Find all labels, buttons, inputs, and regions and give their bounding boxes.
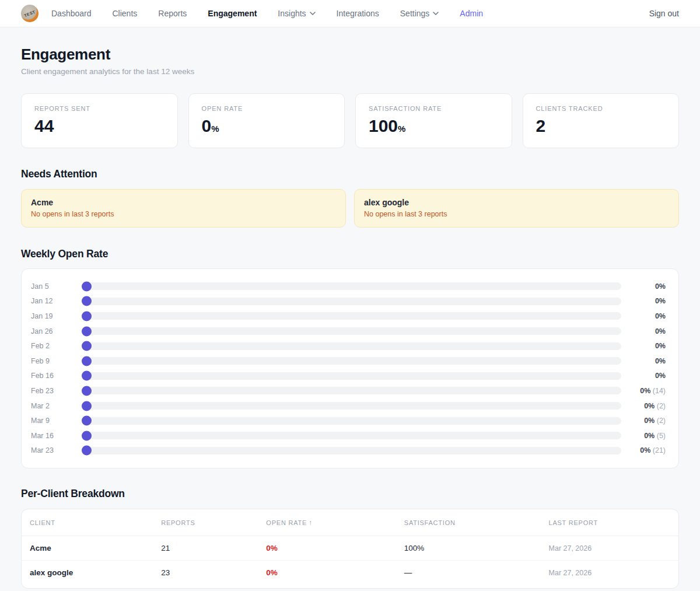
nav-item-settings-label: Settings bbox=[400, 9, 430, 18]
attention-message: No opens in last 3 reports bbox=[31, 210, 336, 218]
stat-label: REPORTS SENT bbox=[34, 105, 164, 112]
chart-row-label: Mar 2 bbox=[31, 402, 82, 410]
chart-row-value: 0% (2) bbox=[629, 417, 666, 425]
chart-row-count: (21) bbox=[653, 446, 666, 454]
column-header-reports[interactable]: REPORTS bbox=[153, 509, 258, 536]
bar-marker bbox=[82, 431, 92, 440]
nav-items: Dashboard Clients Reports Engagement Ins… bbox=[51, 9, 483, 18]
chart-row-label: Jan 12 bbox=[31, 297, 82, 305]
cell-last-report: Mar 27, 2026 bbox=[541, 536, 678, 561]
bar-marker bbox=[82, 416, 92, 426]
bar-marker bbox=[82, 401, 92, 411]
attention-client-name: Acme bbox=[31, 198, 336, 207]
bar-track bbox=[82, 342, 621, 350]
cell-open-rate: 0% bbox=[258, 561, 396, 585]
chart-row-pct: 0% bbox=[655, 357, 666, 365]
chart-row-pct: 0% bbox=[640, 387, 650, 395]
chart-row-label: Mar 16 bbox=[31, 432, 82, 440]
chart-row-value: 0% bbox=[629, 327, 666, 335]
chart-row: Mar 9 0% (2) bbox=[31, 413, 666, 428]
cell-last-report: Mar 27, 2026 bbox=[541, 561, 678, 585]
nav-item-admin[interactable]: Admin bbox=[460, 9, 483, 18]
stat-value: 2 bbox=[536, 116, 666, 136]
chart-row-label: Feb 23 bbox=[31, 387, 82, 395]
app-logo[interactable]: TEST bbox=[21, 5, 38, 22]
chart-row-label: Mar 23 bbox=[31, 446, 82, 454]
chart-row-pct: 0% bbox=[655, 342, 666, 350]
chart-row-label: Feb 2 bbox=[31, 342, 82, 350]
page-content: Engagement Client engagement analytics f… bbox=[0, 46, 700, 589]
chart-row-count: (14) bbox=[653, 387, 666, 395]
stat-label: OPEN RATE bbox=[202, 105, 332, 112]
chart-row: Jan 26 0% bbox=[31, 324, 666, 339]
stat-suffix: % bbox=[211, 124, 219, 134]
nav-item-integrations[interactable]: Integrations bbox=[337, 9, 379, 18]
bar-marker bbox=[82, 446, 92, 456]
attention-message: No opens in last 3 reports bbox=[364, 210, 669, 218]
nav-item-clients[interactable]: Clients bbox=[113, 9, 138, 18]
bar-marker bbox=[82, 356, 92, 366]
attention-client-name: alex google bbox=[364, 198, 669, 207]
stat-card-satisfaction-rate: SATISFACTION RATE 100% bbox=[355, 93, 512, 148]
column-header-satisfaction[interactable]: SATISFACTION bbox=[396, 509, 541, 536]
chart-row-value: 0% (5) bbox=[629, 432, 666, 440]
bar-track bbox=[82, 357, 621, 365]
chart-row-value: 0% (14) bbox=[629, 387, 666, 395]
column-header-open-rate-label: OPEN RATE bbox=[266, 519, 307, 526]
column-header-last-report[interactable]: LAST REPORT bbox=[541, 509, 678, 536]
column-header-client[interactable]: CLIENT bbox=[22, 509, 153, 536]
weekly-open-rate-title: Weekly Open Rate bbox=[21, 248, 679, 260]
stat-number: 2 bbox=[536, 116, 546, 135]
cell-client: Acme bbox=[22, 536, 153, 561]
stat-value: 100% bbox=[369, 116, 499, 136]
nav-item-reports[interactable]: Reports bbox=[158, 9, 187, 18]
cell-client: alex google bbox=[22, 561, 153, 585]
chart-row-pct: 0% bbox=[655, 327, 666, 335]
bar-marker bbox=[82, 386, 92, 396]
chart-row: Mar 2 0% (2) bbox=[31, 398, 666, 414]
app-logo-text: TEST bbox=[23, 9, 36, 18]
chart-row-value: 0% bbox=[629, 357, 666, 365]
chart-row-pct: 0% bbox=[655, 312, 666, 320]
nav-item-insights[interactable]: Insights bbox=[278, 9, 315, 18]
chart-row-label: Jan 26 bbox=[31, 327, 82, 335]
cell-open-rate: 0% bbox=[258, 536, 396, 561]
stats-row: REPORTS SENT 44 OPEN RATE 0% SATISFACTIO… bbox=[21, 93, 679, 148]
chart-row-label: Feb 9 bbox=[31, 357, 82, 365]
page-title: Engagement bbox=[21, 46, 679, 64]
stat-number: 100 bbox=[369, 116, 398, 135]
chart-row-value: 0% (21) bbox=[629, 446, 666, 454]
cell-satisfaction: 100% bbox=[396, 536, 541, 561]
bar-marker bbox=[82, 311, 92, 321]
chart-row-pct: 0% bbox=[655, 297, 666, 305]
chevron-down-icon bbox=[310, 12, 316, 15]
chart-row: Jan 5 0% bbox=[31, 279, 666, 294]
bar-track bbox=[82, 432, 621, 439]
column-header-open-rate[interactable]: OPEN RATE↑ bbox=[258, 509, 396, 536]
bar-track bbox=[82, 417, 621, 425]
bar-track bbox=[82, 447, 621, 454]
bar-track bbox=[82, 298, 621, 305]
nav-item-dashboard[interactable]: Dashboard bbox=[51, 9, 92, 18]
chart-row: Feb 9 0% bbox=[31, 354, 666, 369]
nav-item-settings[interactable]: Settings bbox=[400, 9, 439, 18]
nav-item-insights-label: Insights bbox=[278, 9, 306, 18]
stat-label: SATISFACTION RATE bbox=[369, 105, 499, 112]
bar-track bbox=[82, 312, 621, 320]
chart-row: Mar 23 0% (21) bbox=[31, 443, 666, 459]
sign-out-button[interactable]: Sign out bbox=[649, 9, 679, 18]
chart-row: Mar 16 0% (5) bbox=[31, 428, 666, 443]
chart-row: Feb 16 0% bbox=[31, 369, 666, 384]
chart-row-pct: 0% bbox=[644, 417, 654, 425]
nav-item-engagement[interactable]: Engagement bbox=[208, 9, 257, 18]
page-subtitle: Client engagement analytics for the last… bbox=[21, 67, 679, 76]
table-row: Acme 21 0% 100% Mar 27, 2026 bbox=[22, 536, 678, 561]
chart-row-value: 0% bbox=[629, 297, 666, 305]
bar-marker bbox=[82, 326, 92, 336]
chart-row-value: 0% bbox=[629, 372, 666, 380]
stat-value: 0% bbox=[202, 116, 332, 136]
stat-suffix: % bbox=[398, 124, 405, 134]
chart-row: Jan 12 0% bbox=[31, 294, 666, 309]
chart-row-label: Jan 19 bbox=[31, 312, 82, 320]
stat-number: 44 bbox=[34, 116, 54, 135]
